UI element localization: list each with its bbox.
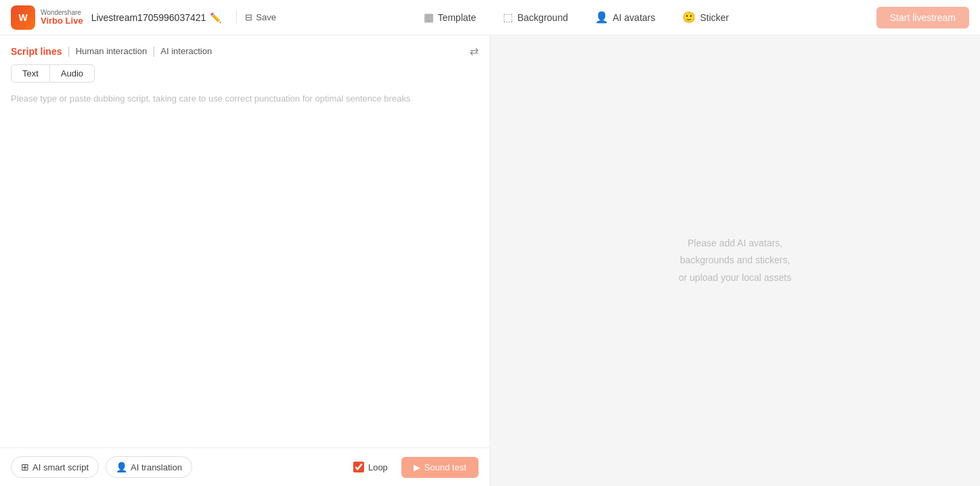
canvas-placeholder-line1: Please add AI avatars,: [679, 235, 792, 252]
nav-sticker[interactable]: 🙂 Sticker: [680, 11, 732, 24]
script-header-right: ⇄: [470, 45, 478, 58]
ai-smart-script-label: AI smart script: [32, 462, 89, 472]
sound-test-label: Sound test: [424, 462, 466, 472]
main-layout: Script lines | Human interaction | AI in…: [0, 35, 980, 486]
script-placeholder: Please type or paste dubbing script, tak…: [11, 89, 478, 106]
start-livestream-label: Start livestream: [890, 12, 956, 23]
tab-row: Text Audio: [0, 64, 489, 89]
loop-checkbox[interactable]: [353, 462, 364, 472]
transfer-icon[interactable]: ⇄: [470, 45, 478, 57]
background-icon: ⬚: [503, 11, 513, 24]
start-livestream-button[interactable]: Start livestream: [876, 7, 969, 28]
loop-area: Loop: [353, 462, 388, 472]
header: W Wondershare Virbo Live Livestream17059…: [0, 0, 980, 35]
logo-text: Wondershare Virbo Live: [41, 9, 83, 26]
bottom-bar: ⊞ AI smart script 👤 AI translation Loop …: [0, 447, 489, 486]
sticker-label: Sticker: [700, 12, 729, 23]
loop-label: Loop: [368, 462, 388, 472]
save-icon: ⊟: [245, 12, 252, 22]
sound-test-icon: ▶: [414, 462, 420, 472]
nav-background[interactable]: ⬚ Background: [500, 11, 571, 24]
background-label: Background: [517, 12, 568, 23]
tab-text[interactable]: Text: [11, 64, 50, 83]
sticker-icon: 🙂: [682, 11, 696, 24]
project-name: Livestream1705996037421: [91, 12, 206, 23]
sound-test-button[interactable]: ▶ Sound test: [401, 457, 478, 478]
tab-audio-label: Audio: [61, 68, 83, 79]
separator2: |: [152, 45, 155, 58]
ai-translation-button[interactable]: 👤 AI translation: [106, 456, 192, 478]
canvas-placeholder-line2: backgrounds and stickers,: [679, 252, 792, 269]
human-interaction-tab[interactable]: Human interaction: [76, 46, 148, 56]
header-nav: ▦ Template ⬚ Background 👤 AI avatars 🙂 S…: [276, 11, 876, 24]
nav-ai-avatars[interactable]: 👤 AI avatars: [592, 11, 658, 24]
right-panel: Please add AI avatars, backgrounds and s…: [490, 35, 980, 486]
header-divider: [236, 11, 237, 24]
template-icon: ▦: [424, 11, 434, 24]
ai-smart-script-icon: ⊞: [21, 462, 29, 472]
separator: |: [67, 45, 70, 58]
tab-text-label: Text: [22, 68, 39, 79]
tab-audio[interactable]: Audio: [50, 64, 95, 83]
ai-translation-label: AI translation: [131, 462, 182, 472]
app-logo-icon: W: [11, 5, 35, 30]
left-panel: Script lines | Human interaction | AI in…: [0, 35, 490, 486]
template-label: Template: [438, 12, 476, 23]
script-area[interactable]: Please type or paste dubbing script, tak…: [0, 89, 489, 447]
save-label: Save: [256, 12, 276, 22]
nav-template[interactable]: ▦ Template: [421, 11, 479, 24]
edit-icon[interactable]: ✏️: [210, 12, 221, 23]
logo-area: W Wondershare Virbo Live: [11, 5, 83, 30]
product-label: Virbo Live: [41, 16, 83, 26]
save-button[interactable]: ⊟ Save: [245, 12, 276, 22]
ai-avatars-label: AI avatars: [612, 12, 655, 23]
ai-smart-script-button[interactable]: ⊞ AI smart script: [11, 456, 99, 478]
script-lines-label: Script lines: [11, 46, 62, 57]
ai-avatars-icon: 👤: [595, 11, 608, 24]
canvas-placeholder-line3: or upload your local assets: [679, 269, 792, 286]
script-header: Script lines | Human interaction | AI in…: [0, 35, 489, 64]
ai-interaction-tab[interactable]: AI interaction: [160, 46, 212, 56]
ai-translation-icon: 👤: [116, 462, 127, 472]
canvas-placeholder: Please add AI avatars, backgrounds and s…: [679, 235, 792, 286]
